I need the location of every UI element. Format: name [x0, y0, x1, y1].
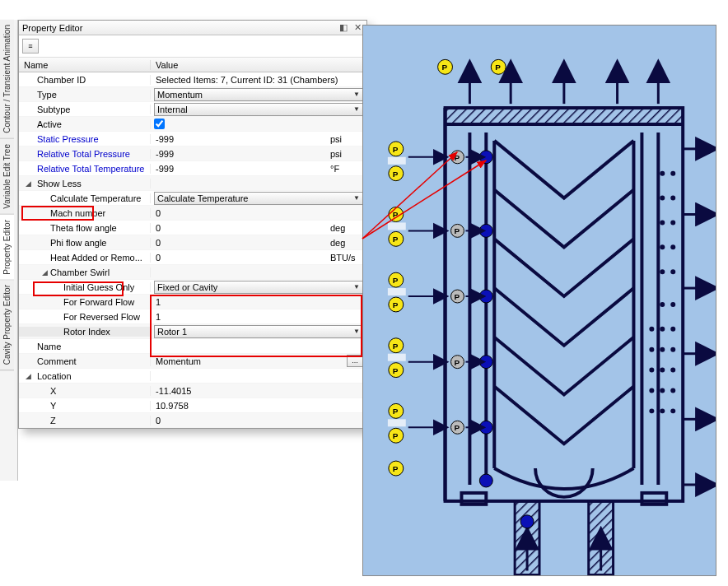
svg-point-31 — [660, 388, 665, 393]
value-phi-angle[interactable]: 0 — [154, 238, 327, 248]
value-x[interactable]: -11.4015 — [154, 386, 363, 396]
svg-rect-96 — [388, 419, 406, 426]
chevron-down-icon: ▼ — [353, 194, 360, 202]
svg-text:P: P — [393, 210, 399, 219]
svg-point-24 — [649, 347, 654, 352]
plenum-nodes[interactable]: P P P P P — [451, 151, 464, 434]
svg-rect-94 — [388, 288, 406, 295]
svg-point-90 — [479, 474, 492, 487]
svg-text:P: P — [393, 431, 399, 440]
dock-icon[interactable]: ◧ — [338, 22, 349, 33]
value-chamber-id: Selected Items: 7, Current ID: 31 (Chamb… — [154, 75, 363, 85]
unit-btus: BTU/s — [330, 253, 366, 263]
svg-point-85 — [479, 151, 492, 164]
panel-titlebar: Property Editor ◧ ✕ — [19, 21, 366, 35]
dropdown-rotor-index[interactable]: Rotor 1 ▼ — [154, 325, 363, 338]
value-static-pressure[interactable]: -999 — [154, 134, 327, 144]
svg-text:P: P — [495, 63, 501, 72]
chevron-down-icon: ▼ — [353, 91, 360, 98]
value-reversed-flow[interactable]: 1 — [154, 312, 363, 322]
model-canvas[interactable]: P P P P P P P P P P P P P P P P P P — [362, 25, 716, 576]
svg-rect-92 — [388, 157, 406, 165]
svg-point-33 — [649, 408, 654, 413]
label-rotor-index: Rotor Index — [19, 327, 151, 337]
label-reversed-flow: For Reversed Flow — [19, 312, 151, 322]
value-comment[interactable]: Momentum — [154, 356, 345, 366]
dropdown-calc-temperature[interactable]: Calculate Temperature ▼ — [154, 192, 363, 205]
svg-point-26 — [670, 347, 675, 352]
close-icon[interactable]: ✕ — [352, 22, 363, 33]
svg-text:P: P — [393, 276, 399, 285]
svg-text:P: P — [454, 358, 460, 367]
browse-button[interactable]: ... — [347, 355, 363, 367]
label-heat-added-removed: Heat Added or Remo... — [19, 253, 151, 263]
label-comment: Comment — [19, 356, 151, 366]
svg-rect-4 — [446, 108, 684, 124]
value-z[interactable]: 0 — [154, 416, 363, 426]
svg-text:P: P — [393, 235, 399, 244]
expander-chamber-swirl[interactable]: ◢ — [39, 268, 50, 277]
tab-cavity-property-editor[interactable]: Cavity Property Editor — [0, 280, 14, 370]
svg-point-15 — [660, 244, 665, 249]
svg-text:P: P — [454, 226, 460, 235]
property-editor-panel: Property Editor ◧ ✕ ≡ Name Value Chamber… — [18, 20, 367, 429]
label-y: Y — [19, 401, 151, 411]
checkbox-active[interactable] — [154, 119, 165, 129]
svg-point-14 — [670, 220, 675, 225]
value-y[interactable]: 10.9758 — [154, 401, 363, 411]
svg-text:P: P — [454, 423, 460, 432]
value-rel-total-pressure[interactable]: -999 — [154, 149, 327, 159]
svg-point-28 — [660, 368, 665, 373]
label-chamber-id: Chamber ID — [19, 75, 151, 85]
label-forward-flow: For Forward Flow — [19, 297, 151, 307]
label-static-pressure[interactable]: Static Pressure — [19, 134, 151, 144]
expander-show-less[interactable]: ◢ — [22, 179, 34, 188]
label-name: Name — [19, 342, 151, 351]
label-x: X — [19, 386, 151, 396]
value-heat-added-removed[interactable]: 0 — [154, 253, 327, 263]
expander-location[interactable]: ◢ — [22, 372, 34, 380]
svg-point-11 — [660, 196, 665, 201]
menu-button[interactable]: ≡ — [22, 39, 39, 53]
label-location[interactable]: Location — [19, 371, 151, 381]
dropdown-subtype[interactable]: Internal ▼ — [154, 103, 363, 116]
svg-rect-95 — [388, 354, 406, 361]
value-theta-angle[interactable]: 0 — [154, 223, 327, 233]
svg-text:P: P — [454, 292, 460, 301]
grid-rows: Chamber ID Selected Items: 7, Current ID… — [19, 72, 366, 428]
tab-contour-animation[interactable]: Contour / Transient Animation — [0, 20, 14, 139]
chevron-down-icon: ▼ — [353, 105, 360, 113]
dropdown-type[interactable]: Momentum ▼ — [154, 88, 363, 101]
svg-point-13 — [660, 220, 665, 225]
svg-point-34 — [660, 408, 665, 413]
svg-point-21 — [649, 327, 654, 332]
svg-text:P: P — [393, 300, 399, 309]
value-rel-total-temp[interactable]: -999 — [154, 164, 327, 174]
dropdown-initial-guess[interactable]: Fixed or Cavity ▼ — [154, 281, 363, 294]
label-rel-total-pressure[interactable]: Relative Total Pressure — [19, 149, 151, 159]
tab-property-editor[interactable]: Property Editor — [0, 215, 14, 281]
header-value[interactable]: Value — [151, 60, 366, 70]
unit-deg: deg — [330, 238, 366, 248]
unit-psi: psi — [330, 149, 366, 159]
chevron-down-icon: ▼ — [353, 328, 360, 335]
label-type: Type — [19, 90, 151, 100]
label-show-less[interactable]: Show Less — [19, 179, 151, 188]
value-mach-number[interactable]: 0 — [154, 208, 363, 218]
header-name[interactable]: Name — [19, 60, 151, 70]
svg-point-12 — [670, 196, 675, 201]
label-initial-guess: Initial Guess Only — [19, 282, 151, 292]
unit-degf: °F — [330, 164, 366, 174]
label-rel-total-temp[interactable]: Relative Total Temperature — [19, 164, 151, 174]
label-active: Active — [19, 119, 151, 129]
grid-header: Name Value — [19, 58, 366, 72]
tab-variable-edit-tree[interactable]: Variable Edit Tree — [0, 139, 14, 215]
value-forward-flow[interactable]: 1 — [154, 297, 363, 307]
svg-point-16 — [670, 244, 675, 249]
svg-point-29 — [670, 368, 675, 373]
svg-text:P: P — [393, 464, 399, 473]
svg-point-30 — [649, 388, 654, 393]
svg-point-87 — [479, 290, 492, 303]
svg-point-86 — [479, 224, 492, 237]
connector-labels — [388, 157, 406, 426]
